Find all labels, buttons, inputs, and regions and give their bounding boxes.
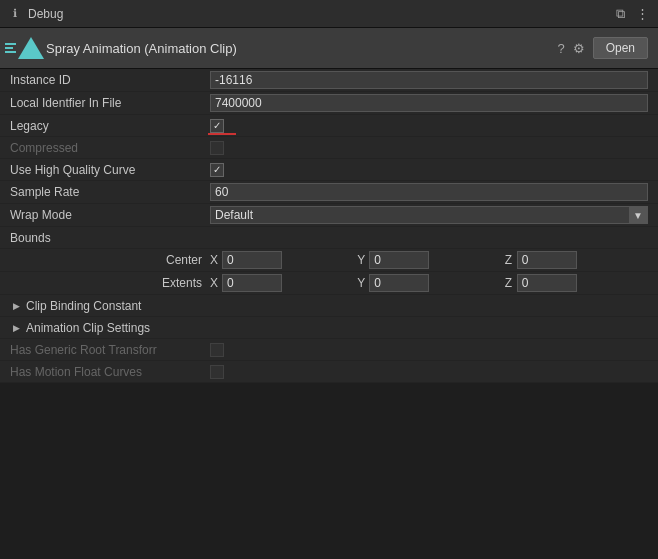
bounds-center-x[interactable] [222,251,282,269]
bounds-center-y-group: Y [357,251,500,269]
bounds-extents-y[interactable] [369,274,429,292]
wrap-mode-label: Wrap Mode [10,208,210,222]
bounds-extents-z[interactable] [517,274,577,292]
y-axis-label: Y [357,253,367,267]
local-identifier-value [210,94,648,112]
local-identifier-input[interactable] [210,94,648,112]
bounds-center-z-group: Z [505,251,648,269]
settings-button[interactable]: ⚙ [573,41,585,56]
bounds-label: Bounds [10,231,210,245]
title-bar: ℹ Debug ⧉ ⋮ [0,0,658,28]
bounds-center-x-group: X [210,251,353,269]
legacy-underline [208,133,236,135]
has-generic-root-row: Has Generic Root Transforr [0,339,658,361]
instance-id-value [210,71,648,89]
clip-binding-constant-row[interactable]: ▶ Clip Binding Constant [0,295,658,317]
has-generic-root-checkbox-wrapper [210,343,648,357]
title-bar-text: Debug [28,7,63,21]
bounds-label-row: Bounds [0,227,658,249]
bounds-extents-y-group: Y [357,274,500,292]
local-identifier-row: Local Identfier In File [0,92,658,115]
animation-icon [18,37,44,59]
bounds-center-y[interactable] [369,251,429,269]
bounds-extents-z-group: Z [505,274,648,292]
bounds-extents-row: Extents X Y Z [0,272,658,295]
has-motion-float-row: Has Motion Float Curves [0,361,658,383]
compressed-row: Compressed [0,137,658,159]
high-quality-curve-checkbox-wrapper [210,163,648,177]
bounds-center-row: Center X Y Z [0,249,658,272]
sample-rate-value [210,183,648,201]
sample-rate-label: Sample Rate [10,185,210,199]
sample-rate-input[interactable] [210,183,648,201]
minimize-button[interactable]: ⧉ [612,6,628,22]
sample-rate-row: Sample Rate [0,181,658,204]
local-identifier-label: Local Identfier In File [10,96,210,110]
z-axis-label: Z [505,253,515,267]
instance-id-input[interactable] [210,71,648,89]
has-generic-root-checkbox[interactable] [210,343,224,357]
wrap-mode-select[interactable]: Default ▼ [210,206,648,224]
content: Instance ID Local Identfier In File Lega… [0,69,658,383]
header: Spray Animation (Animation Clip) ? ⚙ Ope… [0,28,658,69]
bounds-extents-label: Extents [10,276,210,290]
title-bar-actions: ⧉ ⋮ [612,6,650,22]
instance-id-label: Instance ID [10,73,210,87]
high-quality-curve-checkbox[interactable] [210,163,224,177]
help-button[interactable]: ? [557,41,564,56]
has-motion-float-checkbox-wrapper [210,365,648,379]
bounds-extents-fields: X Y Z [210,274,648,292]
z-axis-label-ext: Z [505,276,515,290]
wrap-mode-value: Default ▼ [210,206,648,224]
animation-clip-settings-label: Animation Clip Settings [26,321,150,335]
x-axis-label: X [210,253,220,267]
x-axis-label-ext: X [210,276,220,290]
arrow-right-icon-2: ▶ [10,322,22,334]
clip-binding-constant-label: Clip Binding Constant [26,299,141,313]
header-actions: ? ⚙ Open [557,37,648,59]
compressed-checkbox-wrapper [210,141,648,155]
legacy-checkbox[interactable] [210,119,224,133]
high-quality-curve-row: Use High Quality Curve [0,159,658,181]
wrap-mode-row: Wrap Mode Default ▼ [0,204,658,227]
bounds-extents-x-group: X [210,274,353,292]
header-icon [10,34,38,62]
legacy-label: Legacy [10,119,210,133]
menu-button[interactable]: ⋮ [634,6,650,22]
y-axis-label-ext: Y [357,276,367,290]
animation-clip-settings-row[interactable]: ▶ Animation Clip Settings [0,317,658,339]
wrap-mode-selected: Default [211,208,629,222]
instance-id-row: Instance ID [0,69,658,92]
compressed-checkbox[interactable] [210,141,224,155]
open-button[interactable]: Open [593,37,648,59]
has-generic-root-label: Has Generic Root Transforr [10,343,210,357]
high-quality-curve-label: Use High Quality Curve [10,163,210,177]
bounds-extents-x[interactable] [222,274,282,292]
bounds-center-z[interactable] [517,251,577,269]
chevron-down-icon: ▼ [629,206,647,224]
header-title: Spray Animation (Animation Clip) [46,41,557,56]
bounds-center-label: Center [10,253,210,267]
compressed-label: Compressed [10,141,210,155]
arrow-right-icon: ▶ [10,300,22,312]
has-motion-float-label: Has Motion Float Curves [10,365,210,379]
legacy-checkbox-wrapper [210,119,648,133]
legacy-row: Legacy [0,115,658,137]
has-motion-float-checkbox[interactable] [210,365,224,379]
info-icon: ℹ [8,7,22,21]
bounds-center-fields: X Y Z [210,251,648,269]
